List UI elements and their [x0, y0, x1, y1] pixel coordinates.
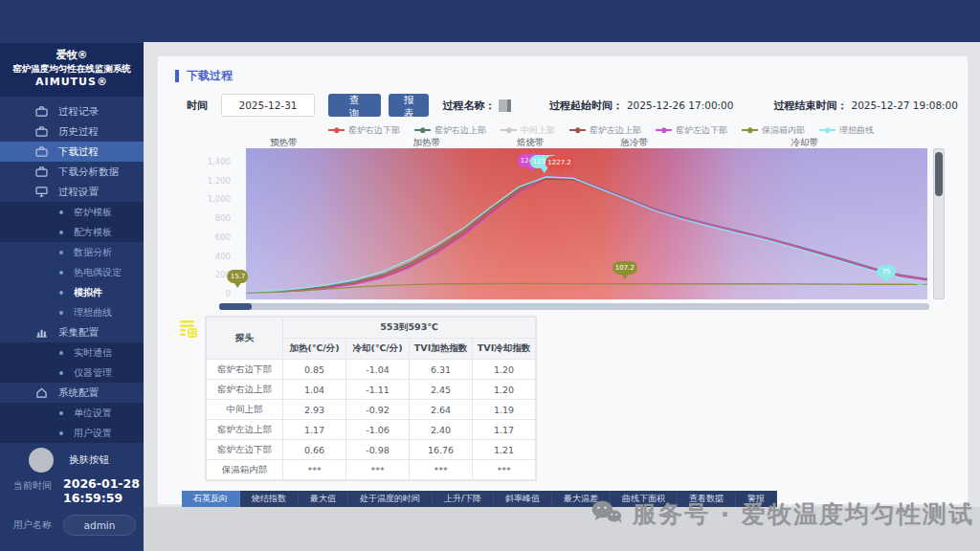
- dot-icon: [57, 307, 65, 319]
- probe-name-cell: 中间上部: [207, 400, 283, 420]
- horizontal-scrollbar-handle[interactable]: [219, 303, 252, 310]
- legend-item[interactable]: 中间上部: [501, 123, 555, 137]
- sidebar-item-kiln-template[interactable]: 窑炉模板: [0, 202, 144, 222]
- brand-subtitle: 窑炉温度均匀性在线监测系统: [0, 62, 144, 75]
- value-cell: 1.20: [473, 360, 536, 380]
- sidebar-item-unit-settings[interactable]: 单位设置: [0, 403, 144, 423]
- table-row: 窑炉右边上部1.04-1.112.451.20: [207, 380, 536, 400]
- section-title-row: 下载过程: [175, 68, 233, 84]
- sidebar-item-download-process[interactable]: 下载过程: [0, 142, 144, 162]
- value-cell: 1.17: [283, 420, 346, 440]
- table-span-header: 553到593℃: [283, 318, 536, 339]
- chart-icon: [34, 327, 48, 339]
- value-cell: -0.92: [346, 400, 410, 420]
- sidebar-item-system-config[interactable]: 系统配置: [0, 383, 144, 403]
- legend-item[interactable]: 理想曲线: [819, 123, 874, 137]
- dot-icon: [57, 267, 65, 278]
- sidebar-item-label: 历史过程: [58, 125, 99, 139]
- sidebar-item-history-process[interactable]: 历史过程: [0, 121, 144, 142]
- value-cell: 1.20: [473, 380, 536, 400]
- vertical-scrollbar-handle[interactable]: [935, 152, 943, 196]
- brand-header: 爱牧® 窑炉温度均匀性在线监测系统 AIMUTUS®: [0, 43, 144, 97]
- content-card: 下载过程 时间 查询 报表导出 过程名称： 过程起始时间： 2025-12-26…: [157, 55, 969, 505]
- analysis-tab[interactable]: 斜率峰值: [494, 491, 552, 507]
- chart-curves: [246, 148, 927, 299]
- sidebar-item-collection-config[interactable]: 采集配置: [0, 322, 144, 342]
- value-cell: -1.04: [346, 360, 410, 380]
- analysis-tab[interactable]: 石英反向: [182, 491, 240, 507]
- query-button[interactable]: 查询: [328, 94, 381, 117]
- table-row: 中间上部2.93-0.922.641.19: [207, 400, 536, 420]
- legend-item[interactable]: 窑炉右边下部: [328, 123, 400, 137]
- value-cell: 2.45: [410, 380, 473, 400]
- briefcase-icon: [34, 106, 48, 118]
- value-cell: 0.66: [283, 440, 346, 460]
- sidebar-item-simulator[interactable]: 模拟件: [0, 282, 144, 302]
- value-cell: -1.11: [346, 380, 410, 400]
- tvi-index-table: 探头 553到593℃ 加热(℃/分)冷却(℃/分)TVI加热指数TVI冷却指数…: [206, 317, 536, 480]
- table-row: 窑炉右边下部0.85-1.046.311.20: [207, 360, 536, 380]
- legend-item[interactable]: 窑炉左边下部: [656, 123, 727, 137]
- value-cell: 1.21: [473, 440, 536, 460]
- wechat-icon: [590, 499, 623, 529]
- probe-name-cell: 窑炉右边上部: [207, 380, 283, 400]
- sidebar-menu: 过程记录历史过程下载过程下载分析数据过程设置窑炉模板配方模板数据分析热电偶设定模…: [0, 101, 144, 443]
- dot-icon: [57, 347, 65, 359]
- legend-label: 窑炉左边下部: [676, 124, 727, 137]
- sidebar-item-recipe-template[interactable]: 配方模板: [0, 222, 144, 242]
- analysis-tab[interactable]: 最大值: [299, 491, 348, 507]
- sidebar-item-instrument-mgmt[interactable]: 仪器管理: [0, 363, 144, 383]
- sidebar-item-label: 采集配置: [58, 326, 99, 340]
- horizontal-scrollbar: [219, 303, 929, 310]
- dot-icon: [57, 247, 65, 258]
- table-row: 窑炉左边下部0.66-0.9816.761.21: [207, 440, 536, 460]
- sidebar-item-label: 用户设置: [74, 427, 112, 440]
- legend-item[interactable]: 窑炉左边上部: [569, 123, 641, 137]
- briefcase-icon: [34, 146, 48, 158]
- analysis-tab[interactable]: 处于温度的时间: [348, 491, 433, 507]
- date-input[interactable]: [221, 94, 315, 117]
- legend-marker-icon: [501, 129, 517, 131]
- y-tick-label: 800: [215, 213, 231, 223]
- legend-item[interactable]: 窑炉右边上部: [414, 123, 486, 137]
- value-cell: ***: [346, 460, 410, 480]
- analysis-tab[interactable]: 上升/下降: [433, 491, 494, 507]
- legend-marker-icon: [656, 129, 672, 131]
- legend-label: 窑炉左边上部: [590, 124, 641, 137]
- sidebar-item-process-settings[interactable]: 过程设置: [0, 182, 144, 202]
- sidebar-item-download-analysis-data[interactable]: 下载分析数据: [0, 162, 144, 182]
- skin-button[interactable]: 换肤按钮: [69, 453, 109, 467]
- report-list-icon[interactable]: [179, 319, 198, 338]
- value-cell: 2.93: [283, 400, 346, 420]
- sidebar-item-ideal-curve[interactable]: 理想曲线: [0, 302, 144, 322]
- sidebar-item-realtime-comm[interactable]: 实时通信: [0, 342, 144, 363]
- legend-marker-icon: [742, 129, 758, 131]
- sidebar-item-data-analysis[interactable]: 数据分析: [0, 242, 144, 262]
- skin-row: 换肤按钮: [0, 446, 144, 474]
- value-cell: 0.85: [283, 360, 346, 380]
- username-value[interactable]: admin: [63, 515, 136, 536]
- user-row: 用户名称 admin: [0, 515, 144, 536]
- legend-label: 窑炉右边上部: [434, 124, 486, 137]
- probe-name-cell: 窑炉左边上部: [207, 420, 283, 440]
- sidebar-item-thermocouple-setting[interactable]: 热电偶设定: [0, 262, 144, 282]
- brand-acronym: AIMUTUS®: [0, 75, 144, 89]
- value-cell: ***: [473, 460, 536, 480]
- sidebar-item-label: 理想曲线: [74, 306, 112, 320]
- report-export-button[interactable]: 报表导出: [389, 94, 430, 117]
- y-tick-label: 1,400: [208, 157, 231, 166]
- value-cell: 16.76: [410, 440, 473, 460]
- value-pin: 1227.2: [545, 156, 574, 178]
- value-pin: 15.7: [228, 270, 249, 292]
- legend-item[interactable]: 保温箱内部: [742, 123, 805, 137]
- monitor-icon: [34, 187, 48, 198]
- value-cell: 2.40: [410, 420, 473, 440]
- sidebar-item-process-record[interactable]: 过程记录: [0, 101, 144, 121]
- temperature-chart[interactable]: 15.71243.81238.41227.2107.275: [246, 148, 927, 299]
- sidebar-item-user-settings[interactable]: 用户设置: [0, 423, 144, 443]
- analysis-tab[interactable]: 烧结指数: [240, 491, 299, 507]
- time-filter-label: 时间: [187, 99, 208, 113]
- current-time-row: 当前时间 2026-01-28 16:59:59: [0, 476, 144, 505]
- y-tick-label: 1,000: [208, 194, 231, 204]
- avatar[interactable]: [29, 448, 54, 473]
